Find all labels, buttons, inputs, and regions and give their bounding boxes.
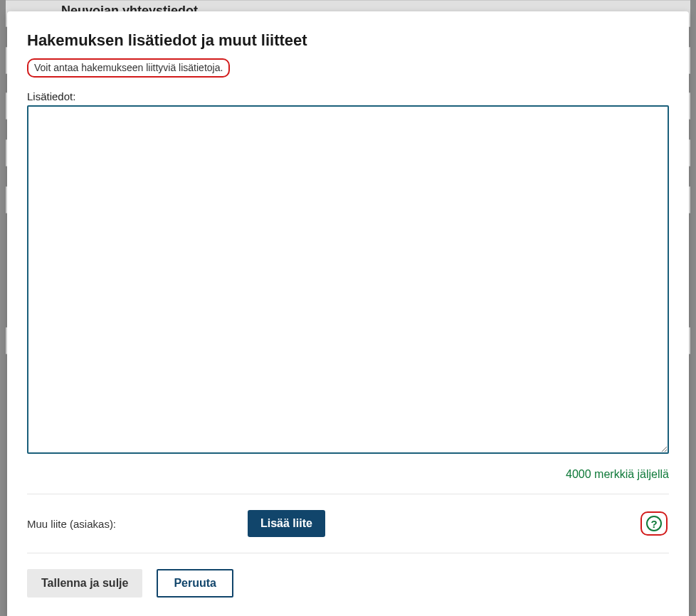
modal-footer: Tallenna ja sulje Peruuta <box>27 553 669 598</box>
modal-dialog: Hakemuksen lisätiedot ja muut liitteet V… <box>7 11 689 616</box>
modal-title: Hakemuksen lisätiedot ja muut liitteet <box>27 31 669 50</box>
attachment-label: Muu liite (asiakas): <box>27 518 248 530</box>
character-counter: 4000 merkkiä jäljellä <box>27 468 669 481</box>
attachment-row: Muu liite (asiakas): Lisää liite ? <box>27 494 669 553</box>
help-callout: ? <box>640 511 668 536</box>
lisatiedot-textarea[interactable] <box>27 105 669 454</box>
intro-text-callout: Voit antaa hakemukseen liittyviä lisätie… <box>27 58 230 78</box>
lisatiedot-label: Lisätiedot: <box>27 90 669 102</box>
cancel-button[interactable]: Peruuta <box>157 569 233 598</box>
save-close-button[interactable]: Tallenna ja sulje <box>27 569 142 598</box>
help-icon[interactable]: ? <box>646 516 662 531</box>
add-attachment-button[interactable]: Lisää liite <box>248 510 325 537</box>
